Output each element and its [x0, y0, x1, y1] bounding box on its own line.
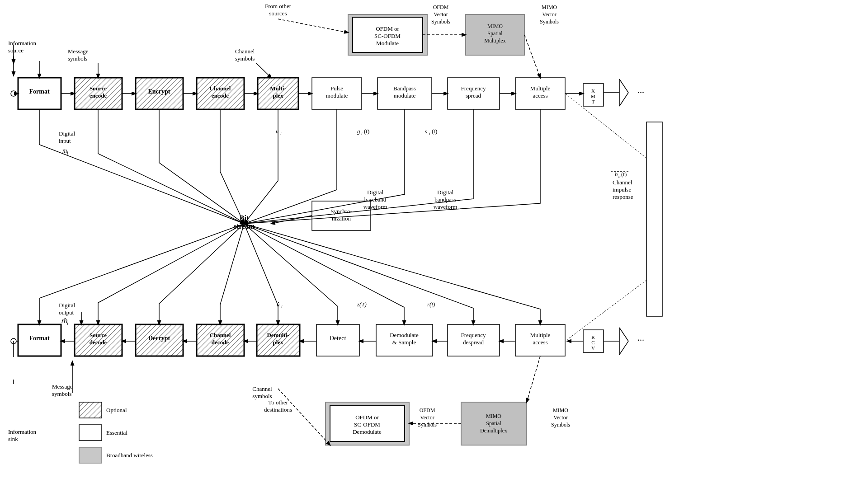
freq-spread-label: Frequency [461, 85, 486, 92]
multiplex-label: Multi- [270, 85, 286, 92]
digital-input-label2: input [59, 137, 71, 144]
rt-label: r(t) [427, 301, 435, 308]
rcv-label1: R [591, 334, 595, 340]
digital-output-i-label: i [67, 321, 68, 326]
source-decode-label: Source [90, 332, 107, 338]
source-decode-label2: decode [90, 339, 107, 346]
multiple-access-bot-label: Multiple [530, 332, 551, 338]
sit-sub: i [429, 131, 430, 136]
freq-spread-label2: spread [466, 92, 481, 99]
legend-essential-label: Essential [106, 429, 127, 436]
ui-sub-label: i [280, 131, 282, 136]
ofdm-vector-bot-label2: Vector [420, 414, 434, 421]
demod-label2: & Sample [392, 339, 416, 346]
source-encode-label: Source [90, 85, 107, 92]
format-top-label: Format [29, 88, 49, 95]
multiple-access-top-label2: access [533, 92, 547, 99]
message-symbols-bot-label: Message [52, 383, 73, 390]
info-sink-label2: sink [8, 436, 18, 442]
mimo-vector-bot-label: MIMO [553, 407, 568, 413]
channel-symbols-top-label2: symbols [235, 55, 255, 62]
uhat-sub: i [281, 304, 283, 309]
source-encode-label2: encode [90, 92, 107, 99]
demultiplex-label: Demulti- [267, 332, 289, 338]
ofdm-bot-label1: OFDM or [355, 414, 379, 421]
mimo-bot-label2: Spatial [486, 420, 501, 427]
diagram-container: Format Source encode Encrypt Channel enc… [0, 0, 868, 488]
channel-symbols-bot-label2: symbols [252, 393, 272, 399]
legend-plain-box [79, 425, 102, 441]
zt-label: z(T) [357, 301, 367, 308]
freq-despread-label2: despread [463, 339, 484, 346]
multiple-access-top-label: Multiple [530, 85, 551, 92]
sync-label2: nization [332, 215, 351, 222]
ofdm-bot-label3: Demodulate [353, 428, 382, 435]
mimo-top-label3: Multiplex [484, 38, 505, 44]
message-symbols-bot-label2: symbols [52, 390, 71, 397]
digital-output-label: Digital [59, 302, 75, 309]
channel-symbols-top-label: Channel [235, 48, 255, 55]
info-sink-label: Information [8, 428, 37, 435]
multiple-access-bot-label2: access [533, 339, 547, 346]
mimo-vector-top-label3: Symbols [540, 19, 559, 25]
freq-despread-label: Frequency [461, 332, 486, 338]
ofdm-vector-bot-label3: Symbols [418, 422, 437, 428]
demod-label: Demodulate [390, 332, 419, 338]
svg-point-11 [11, 91, 16, 96]
mimo-vector-top-label2: Vector [542, 11, 556, 18]
digital-bandpass-label: Digital [437, 189, 453, 196]
detect-label: Detect [330, 335, 346, 342]
legend-broadband-label: Broadband wireless [106, 452, 153, 459]
ofdm-bot-label2: SC-OFDM [354, 421, 380, 428]
rcv-label2: C [591, 340, 594, 345]
xmt-label3: T [592, 99, 595, 104]
sit-parens: (t) [432, 128, 437, 135]
message-symbols-top-label2: symbols [68, 55, 87, 62]
legend-hatch-box [79, 402, 102, 418]
bit-stream-label: Bit [240, 214, 249, 222]
ofdm-top-label2: SC-OFDM [374, 33, 401, 39]
channel-encode-label2: encode [212, 92, 229, 99]
message-symbols-top-label: Message [68, 48, 89, 55]
mimo-vector-bot-label3: Symbols [551, 422, 570, 428]
to-other-dest-label2: destinations [264, 406, 292, 413]
format-bot-label: Format [29, 335, 49, 342]
digital-baseband-label: Digital [367, 189, 383, 196]
ofdm-vector-bot-label: OFDM [420, 407, 435, 413]
legend-gray-box [79, 447, 102, 463]
pulse-mod-label2: modulate [326, 92, 348, 99]
digital-baseband-label3: waveform [363, 203, 387, 210]
pulse-mod-label: Pulse [330, 85, 343, 92]
hct-sub: c [618, 174, 621, 179]
digital-output-label2: output [59, 309, 74, 316]
sit-label: s [425, 128, 427, 135]
decrypt-label: Decrypt [148, 335, 170, 342]
git-parens: (t) [364, 128, 369, 135]
channel-label: Channel [613, 179, 632, 186]
channel-decode-label2: decode [212, 339, 229, 346]
mimo-bot-label1: MIMO [486, 413, 501, 419]
from-other-sources-label: From other [265, 3, 292, 9]
channel-label3: response [613, 193, 633, 200]
git-sub: i [361, 131, 363, 136]
channel-box [646, 122, 662, 316]
top-dots: ··· [637, 88, 644, 98]
mimo-top-label1: MIMO [487, 23, 503, 29]
mimo-top-label2: Spatial [487, 30, 503, 37]
digital-input-label: Digital [59, 130, 75, 137]
mimo-vector-bot-label2: Vector [553, 414, 567, 421]
bandpass-mod-label2: modulate [394, 92, 416, 99]
channel-decode-label: Channel [210, 332, 231, 338]
xmt-label: X [591, 88, 595, 94]
ui-label: u [276, 128, 279, 135]
multiplex-label2: plex [273, 92, 283, 99]
to-other-dest-label: To other [268, 399, 288, 406]
rcv-label3: V [591, 345, 595, 351]
ofdm-top-label3: Modulate [376, 40, 399, 47]
info-source-label: Information [8, 40, 37, 47]
demultiplex-label2: plex [273, 339, 283, 346]
mimo-vector-top-label: MIMO [542, 4, 557, 10]
channel-label2: impulse [613, 186, 631, 193]
bandpass-mod-label: Bandpass [393, 85, 416, 92]
channel-encode-label: Channel [210, 85, 231, 92]
